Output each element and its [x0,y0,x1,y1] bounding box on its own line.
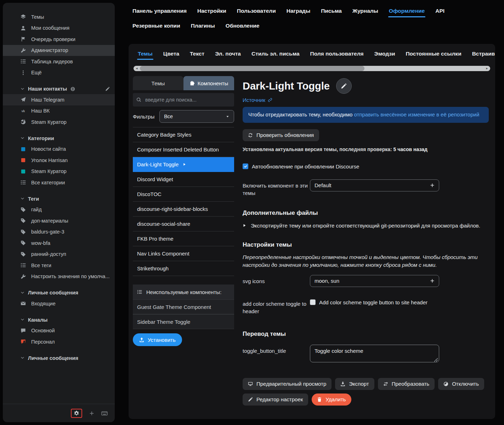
customize-tab[interactable]: Стиль эл. письма [251,45,300,63]
gear-icon[interactable] [74,410,79,416]
customize-tab[interactable]: Встраив [471,45,495,63]
sidebar-item[interactable]: Таблица лидеров [3,56,115,67]
sidebar-item[interactable]: Steam Куратор [3,116,115,128]
color-toggle-checkbox-row[interactable]: Add color scheme toggle button to site h… [310,298,427,305]
sidebar-item[interactable]: Настроить значения по умолча... [3,271,115,282]
sidebar-item[interactable]: Мои сообщения [3,23,115,34]
install-button[interactable]: Установить [133,333,182,346]
sidebar-section-header[interactable]: Каналы [3,315,115,325]
list-icon [21,263,26,268]
tab-components[interactable]: Компоненты [183,76,234,90]
admin-nav-item[interactable]: Резервные копии [132,23,180,29]
component-list-item[interactable]: Category Badge Styles [133,127,234,142]
customize-tab[interactable]: Темы [137,45,153,63]
plus-icon[interactable] [430,278,435,283]
unused-component-item[interactable]: Sidebar Theme Toggle [133,314,234,329]
admin-nav-item[interactable]: Пользователи [237,8,276,14]
sidebar-item[interactable]: Уголок Harrisan [3,155,115,166]
customize-tab[interactable]: Эмодзи [374,45,396,63]
sidebar-item[interactable]: Все теги [3,260,115,271]
admin-nav-item[interactable]: Журналы [352,8,378,14]
sidebar-item[interactable]: Новости сайта [3,144,115,155]
sidebar-item[interactable]: baldurs-gate-3 [3,226,115,238]
customize-tab[interactable]: Эл. почта [214,45,242,63]
admin-nav-item[interactable]: API [435,8,444,14]
sidebar-item[interactable]: Основной [3,325,115,337]
filters-select[interactable]: Все [159,110,234,123]
sidebar-section-header[interactable]: Личные сообщения [3,353,115,363]
translation-input[interactable]: Toggle color scheme [310,345,439,362]
customize-tab[interactable]: Постоянные ссылки [405,45,462,63]
sidebar-item[interactable]: Steam Куратор [3,166,115,177]
admin-nav-item[interactable]: Оформление [389,8,425,14]
customize-tab[interactable]: Цвета [163,45,180,63]
customize-tab[interactable]: Поля пользователя [310,45,364,63]
sidebar-section-header[interactable]: Теги [3,194,115,204]
checkbox-checked-icon[interactable] [243,163,248,169]
export-button[interactable]: Экспорт [335,378,374,390]
admin-nav-item[interactable]: Обновление [226,23,260,29]
secondary-buttons-row: Редактор настроек Удалить [243,394,489,406]
component-list-item[interactable]: Composer Inserted Deleted Button [133,142,234,157]
scroll-right-arrow[interactable]: ► [486,66,488,71]
sidebar-item-label: Steam Куратор [31,168,67,174]
scrollbar-thumb[interactable] [140,66,364,71]
delete-button[interactable]: Удалить [312,394,351,406]
sidebar-section-header[interactable]: Категории [3,133,115,144]
sidebar-item[interactable]: Входящие [3,298,115,309]
sidebar-section-label: Наши контакты [28,86,67,92]
plus-icon[interactable] [89,411,94,416]
sidebar-item[interactable]: Наш ВК [3,105,115,117]
sidebar-item[interactable]: Все категории [3,177,115,188]
plus-icon[interactable] [430,183,435,188]
keyboard-icon[interactable] [101,410,108,417]
horizontal-scrollbar[interactable]: ◄ ► [134,66,490,71]
admin-nav-item[interactable]: Панель управления [132,8,187,14]
component-list-item[interactable]: Dark-Light Toggle [133,157,234,172]
extra-files-toggle[interactable]: Экспортируйте тему или откройте соответс… [243,223,489,229]
preview-button[interactable]: Предварительный просмотр [243,378,332,390]
admin-nav-item[interactable]: Плагины [191,23,215,29]
component-list-item[interactable]: discourse-social-share [133,217,234,231]
autoupdate-toggle[interactable]: Автообновление при обновлении Discourse [243,163,489,170]
sidebar-item[interactable]: Администратор [3,45,115,56]
check-updates-button[interactable]: Проверить обновления [243,129,319,141]
sidebar-item[interactable]: доп-материалы [3,215,115,226]
settings-editor-button[interactable]: Редактор настроек [243,394,308,406]
sidebar-item[interactable]: Персонал [3,336,115,348]
component-list-item[interactable]: FKB Pro theme [133,231,234,246]
color-toggle-label: add color scheme toggle to header [243,298,310,315]
admin-nav-item[interactable]: Письма [321,8,342,14]
sidebar-item[interactable]: Очередь проверки [3,34,115,45]
unused-component-item[interactable]: Guest Gate Theme Component [133,299,234,314]
sidebar-item[interactable]: ранний-доступ [3,249,115,260]
disable-button[interactable]: Отключить [438,378,484,390]
sidebar-item[interactable]: wow-bfa [3,237,115,249]
component-list-item[interactable]: discourse-right-sidebar-blocks [133,202,234,217]
component-list-item[interactable]: DiscoTOC [133,187,234,202]
edit-title-button[interactable] [336,78,352,94]
component-list-item[interactable]: Strikethrough [133,261,234,276]
scroll-left-arrow[interactable]: ◄ [135,66,138,71]
source-link[interactable]: Источник [243,97,272,103]
svg-icons-select[interactable]: moon, sun [310,275,439,287]
customize-tab[interactable]: Текст [189,45,205,63]
component-list-item[interactable]: Nav Links Component [133,246,234,261]
sidebar-item[interactable]: Темы [3,11,115,23]
tab-themes[interactable]: Темы [133,76,183,90]
component-list-item[interactable]: Discord Widget [133,172,234,187]
sidebar-navigation: ТемыМои сообщенияОчередь проверкиАдминис… [3,11,115,363]
admin-nav-item[interactable]: Настройки [197,8,226,14]
convert-button[interactable]: Преобразовать [378,378,435,390]
search-input[interactable] [145,97,231,103]
sidebar-item[interactable]: Наш Telegram [3,94,115,105]
sidebar-section-header[interactable]: Наши контакты [3,84,115,94]
sidebar-item[interactable]: Ещё [3,67,115,79]
pencil-icon[interactable] [105,87,110,91]
admin-nav-item[interactable]: Награды [287,8,310,14]
checkbox-unchecked-icon[interactable] [310,299,316,305]
push-changes-link[interactable]: отправить внесённое изменение в её репоз… [354,111,479,117]
include-themes-select[interactable]: Default [310,179,439,191]
sidebar-section-header[interactable]: Личные сообщения [3,287,115,298]
sidebar-item[interactable]: гайд [3,204,115,216]
